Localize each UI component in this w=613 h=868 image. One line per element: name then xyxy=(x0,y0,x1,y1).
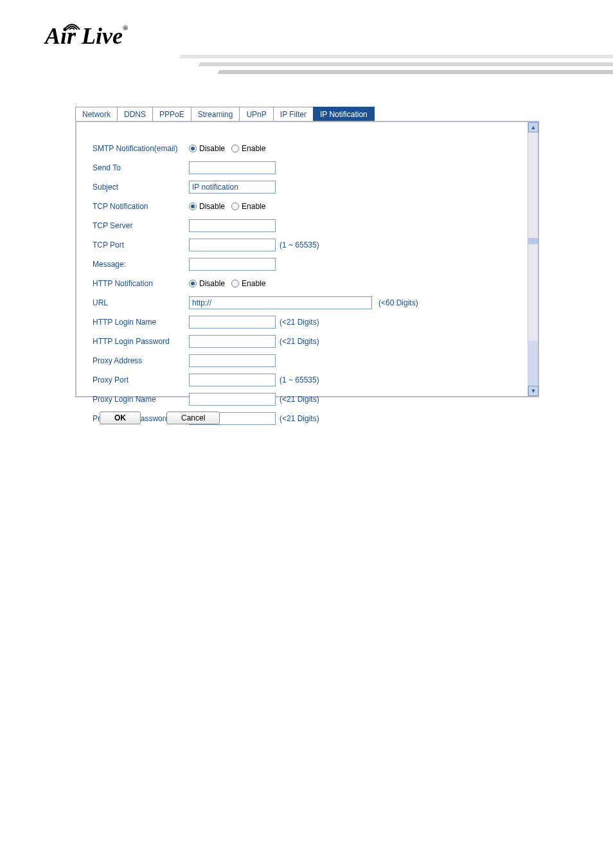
tcpport-input[interactable] xyxy=(189,239,276,251)
cancel-button[interactable]: Cancel xyxy=(166,411,220,424)
httppass-input[interactable] xyxy=(189,335,276,348)
http-enable-radio[interactable] xyxy=(231,280,239,287)
tcpport-label: TCP Port xyxy=(93,240,189,249)
tab-bar: Network DDNS PPPoE Streaming UPnP IP Fil… xyxy=(75,107,539,122)
proxyaddr-label: Proxy Address xyxy=(93,356,189,365)
url-input[interactable] xyxy=(189,296,372,309)
httppass-hint: (<21 Digits) xyxy=(280,337,319,346)
scroll-up-icon[interactable]: ▲ xyxy=(528,122,538,132)
tab-pppoe[interactable]: PPPoE xyxy=(152,107,191,122)
scroll-track-segment xyxy=(528,341,538,386)
scroll-down-icon[interactable]: ▼ xyxy=(528,386,538,396)
smtp-notification-label: SMTP Notification(email) xyxy=(93,144,189,153)
http-enable-text: Enable xyxy=(242,279,265,288)
tab-streaming[interactable]: Streaming xyxy=(191,107,240,122)
registered-icon: ® xyxy=(123,24,128,32)
tcpserver-label: TCP Server xyxy=(93,221,189,230)
proxylogin-input[interactable] xyxy=(189,393,276,406)
tcp-enable-radio[interactable] xyxy=(231,203,239,210)
httppass-label: HTTP Login Password xyxy=(93,337,189,346)
proxyaddr-input[interactable] xyxy=(189,354,276,367)
subject-input[interactable] xyxy=(189,181,276,194)
proxylogin-label: Proxy Login Name xyxy=(93,395,189,404)
httplogin-hint: (<21 Digits) xyxy=(280,318,319,327)
tab-ipfilter[interactable]: IP Filter xyxy=(273,107,314,122)
tcpserver-input[interactable] xyxy=(189,219,276,232)
url-label: URL xyxy=(93,298,189,307)
wifi-icon xyxy=(59,11,85,38)
httplogin-input[interactable] xyxy=(189,316,276,329)
url-hint: (<60 Digits) xyxy=(378,298,418,307)
http-radio-group: Disable Enable xyxy=(189,279,265,288)
scroll-thumb[interactable] xyxy=(528,238,538,244)
sendto-label: Send To xyxy=(93,163,189,172)
sendto-input[interactable] xyxy=(189,161,276,174)
proxylogin-hint: (<21 Digits) xyxy=(280,395,319,404)
tcp-disable-text: Disable xyxy=(199,202,225,211)
tcp-enable-text: Enable xyxy=(242,202,265,211)
http-disable-text: Disable xyxy=(199,279,225,288)
proxyport-hint: (1 ~ 65535) xyxy=(280,375,319,384)
tcp-disable-radio[interactable] xyxy=(189,203,197,210)
tab-upnp[interactable]: UPnP xyxy=(239,107,273,122)
tcp-radio-group: Disable Enable xyxy=(189,202,265,211)
http-disable-radio[interactable] xyxy=(189,280,197,287)
logo: Air Live® xyxy=(45,23,128,50)
proxypass-hint: (<21 Digits) xyxy=(280,414,319,423)
smtp-enable-radio[interactable] xyxy=(231,145,239,152)
ok-button[interactable]: OK xyxy=(100,411,141,424)
smtp-disable-text: Disable xyxy=(199,144,225,153)
smtp-disable-radio[interactable] xyxy=(189,145,197,152)
proxyport-label: Proxy Port xyxy=(93,375,189,384)
message-label: Message: xyxy=(93,260,189,269)
tab-ddns[interactable]: DDNS xyxy=(117,107,153,122)
httplogin-label: HTTP Login Name xyxy=(93,318,189,327)
header-decoration xyxy=(180,55,613,87)
proxyport-input[interactable] xyxy=(189,374,276,386)
message-input[interactable] xyxy=(189,258,276,271)
smtp-radio-group: Disable Enable xyxy=(189,144,265,153)
tcp-notification-label: TCP Notification xyxy=(93,202,189,211)
tab-network[interactable]: Network xyxy=(75,107,118,122)
scrollbar[interactable]: ▲ ▼ xyxy=(528,122,538,396)
subject-label: Subject xyxy=(93,183,189,192)
content-frame: SMTP Notification(email) Disable Enable … xyxy=(75,121,539,397)
smtp-enable-text: Enable xyxy=(242,144,265,153)
tab-ipnotification[interactable]: IP Notification xyxy=(313,107,375,122)
http-notification-label: HTTP Notification xyxy=(93,279,189,288)
tcpport-hint: (1 ~ 65535) xyxy=(280,240,319,249)
